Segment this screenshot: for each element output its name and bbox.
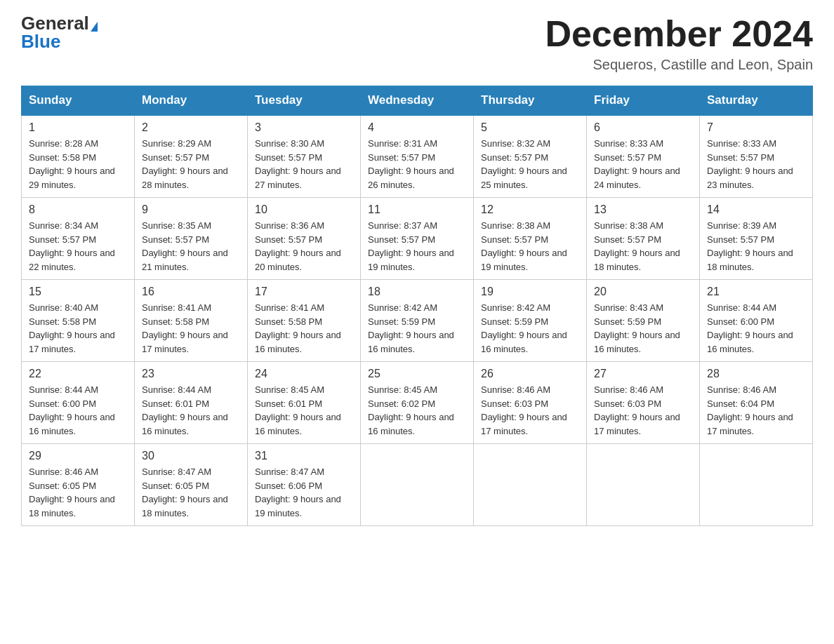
- day-header-monday: Monday: [135, 86, 248, 116]
- day-number: 29: [29, 450, 127, 462]
- day-header-friday: Friday: [587, 86, 700, 116]
- calendar-cell: [474, 444, 587, 526]
- calendar-table: SundayMondayTuesdayWednesdayThursdayFrid…: [21, 86, 813, 526]
- day-info: Sunrise: 8:44 AMSunset: 6:00 PMDaylight:…: [707, 301, 805, 356]
- day-info: Sunrise: 8:47 AMSunset: 6:06 PMDaylight:…: [255, 465, 353, 520]
- location-subtitle: Sequeros, Castille and Leon, Spain: [545, 57, 813, 73]
- day-number: 23: [142, 368, 240, 380]
- day-info: Sunrise: 8:41 AMSunset: 5:58 PMDaylight:…: [142, 301, 240, 356]
- day-number: 6: [594, 121, 692, 134]
- day-info: Sunrise: 8:45 AMSunset: 6:01 PMDaylight:…: [255, 383, 353, 438]
- calendar-cell: 1 Sunrise: 8:28 AMSunset: 5:58 PMDayligh…: [22, 115, 135, 198]
- logo-general-line: General: [21, 14, 98, 32]
- day-info: Sunrise: 8:36 AMSunset: 5:57 PMDaylight:…: [255, 219, 353, 274]
- calendar-cell: 30 Sunrise: 8:47 AMSunset: 6:05 PMDaylig…: [135, 444, 248, 526]
- logo-triangle-icon: [91, 22, 98, 32]
- page-header: General Blue December 2024 Sequeros, Cas…: [21, 14, 813, 73]
- day-number: 18: [368, 286, 466, 298]
- day-header-wednesday: Wednesday: [361, 86, 474, 116]
- day-number: 2: [142, 121, 240, 134]
- calendar-cell: 4 Sunrise: 8:31 AMSunset: 5:57 PMDayligh…: [361, 115, 474, 198]
- day-number: 3: [255, 121, 353, 134]
- day-info: Sunrise: 8:32 AMSunset: 5:57 PMDaylight:…: [481, 137, 579, 192]
- title-block: December 2024 Sequeros, Castille and Leo…: [545, 14, 813, 73]
- day-number: 31: [255, 450, 353, 462]
- week-row-1: 1 Sunrise: 8:28 AMSunset: 5:58 PMDayligh…: [22, 115, 813, 198]
- calendar-cell: 18 Sunrise: 8:42 AMSunset: 5:59 PMDaylig…: [361, 280, 474, 362]
- week-row-2: 8 Sunrise: 8:34 AMSunset: 5:57 PMDayligh…: [22, 198, 813, 280]
- day-number: 1: [29, 121, 127, 134]
- day-info: Sunrise: 8:46 AMSunset: 6:04 PMDaylight:…: [707, 383, 805, 438]
- day-info: Sunrise: 8:39 AMSunset: 5:57 PMDaylight:…: [707, 219, 805, 274]
- day-info: Sunrise: 8:46 AMSunset: 6:03 PMDaylight:…: [594, 383, 692, 438]
- day-info: Sunrise: 8:34 AMSunset: 5:57 PMDaylight:…: [29, 219, 127, 274]
- calendar-cell: 6 Sunrise: 8:33 AMSunset: 5:57 PMDayligh…: [587, 115, 700, 198]
- calendar-cell: 19 Sunrise: 8:42 AMSunset: 5:59 PMDaylig…: [474, 280, 587, 362]
- calendar-cell: 31 Sunrise: 8:47 AMSunset: 6:06 PMDaylig…: [248, 444, 361, 526]
- day-info: Sunrise: 8:38 AMSunset: 5:57 PMDaylight:…: [594, 219, 692, 274]
- calendar-cell: 16 Sunrise: 8:41 AMSunset: 5:58 PMDaylig…: [135, 280, 248, 362]
- day-number: 11: [368, 203, 466, 216]
- logo-blue-text: Blue: [21, 31, 60, 52]
- calendar-cell: 11 Sunrise: 8:37 AMSunset: 5:57 PMDaylig…: [361, 198, 474, 280]
- day-info: Sunrise: 8:31 AMSunset: 5:57 PMDaylight:…: [368, 137, 466, 192]
- day-info: Sunrise: 8:41 AMSunset: 5:58 PMDaylight:…: [255, 301, 353, 356]
- calendar-cell: 8 Sunrise: 8:34 AMSunset: 5:57 PMDayligh…: [22, 198, 135, 280]
- day-info: Sunrise: 8:28 AMSunset: 5:58 PMDaylight:…: [29, 137, 127, 192]
- day-header-saturday: Saturday: [700, 86, 813, 116]
- day-info: Sunrise: 8:44 AMSunset: 6:01 PMDaylight:…: [142, 383, 240, 438]
- calendar-cell: 23 Sunrise: 8:44 AMSunset: 6:01 PMDaylig…: [135, 362, 248, 444]
- day-number: 4: [368, 121, 466, 134]
- calendar-cell: 9 Sunrise: 8:35 AMSunset: 5:57 PMDayligh…: [135, 198, 248, 280]
- day-info: Sunrise: 8:46 AMSunset: 6:05 PMDaylight:…: [29, 465, 127, 520]
- calendar-cell: 13 Sunrise: 8:38 AMSunset: 5:57 PMDaylig…: [587, 198, 700, 280]
- day-number: 12: [481, 203, 579, 216]
- day-info: Sunrise: 8:29 AMSunset: 5:57 PMDaylight:…: [142, 137, 240, 192]
- day-info: Sunrise: 8:37 AMSunset: 5:57 PMDaylight:…: [368, 219, 466, 274]
- calendar-cell: 20 Sunrise: 8:43 AMSunset: 5:59 PMDaylig…: [587, 280, 700, 362]
- calendar-cell: 29 Sunrise: 8:46 AMSunset: 6:05 PMDaylig…: [22, 444, 135, 526]
- day-info: Sunrise: 8:33 AMSunset: 5:57 PMDaylight:…: [594, 137, 692, 192]
- day-number: 25: [368, 368, 466, 380]
- day-number: 14: [707, 203, 805, 216]
- day-number: 26: [481, 368, 579, 380]
- day-header-tuesday: Tuesday: [248, 86, 361, 116]
- day-number: 27: [594, 368, 692, 380]
- day-info: Sunrise: 8:30 AMSunset: 5:57 PMDaylight:…: [255, 137, 353, 192]
- day-number: 19: [481, 286, 579, 298]
- calendar-cell: 28 Sunrise: 8:46 AMSunset: 6:04 PMDaylig…: [700, 362, 813, 444]
- day-number: 28: [707, 368, 805, 380]
- calendar-cell: 3 Sunrise: 8:30 AMSunset: 5:57 PMDayligh…: [248, 115, 361, 198]
- calendar-cell: 21 Sunrise: 8:44 AMSunset: 6:00 PMDaylig…: [700, 280, 813, 362]
- calendar-cell: 24 Sunrise: 8:45 AMSunset: 6:01 PMDaylig…: [248, 362, 361, 444]
- week-row-4: 22 Sunrise: 8:44 AMSunset: 6:00 PMDaylig…: [22, 362, 813, 444]
- calendar-cell: 26 Sunrise: 8:46 AMSunset: 6:03 PMDaylig…: [474, 362, 587, 444]
- day-info: Sunrise: 8:47 AMSunset: 6:05 PMDaylight:…: [142, 465, 240, 520]
- calendar-cell: [700, 444, 813, 526]
- week-row-3: 15 Sunrise: 8:40 AMSunset: 5:58 PMDaylig…: [22, 280, 813, 362]
- day-number: 13: [594, 203, 692, 216]
- day-info: Sunrise: 8:33 AMSunset: 5:57 PMDaylight:…: [707, 137, 805, 192]
- day-info: Sunrise: 8:45 AMSunset: 6:02 PMDaylight:…: [368, 383, 466, 438]
- day-header-thursday: Thursday: [474, 86, 587, 116]
- day-number: 9: [142, 203, 240, 216]
- calendar-cell: [587, 444, 700, 526]
- day-info: Sunrise: 8:46 AMSunset: 6:03 PMDaylight:…: [481, 383, 579, 438]
- day-number: 22: [29, 368, 127, 380]
- calendar-cell: 15 Sunrise: 8:40 AMSunset: 5:58 PMDaylig…: [22, 280, 135, 362]
- day-number: 10: [255, 203, 353, 216]
- calendar-cell: 5 Sunrise: 8:32 AMSunset: 5:57 PMDayligh…: [474, 115, 587, 198]
- day-info: Sunrise: 8:35 AMSunset: 5:57 PMDaylight:…: [142, 219, 240, 274]
- day-header-sunday: Sunday: [22, 86, 135, 116]
- day-number: 20: [594, 286, 692, 298]
- day-number: 30: [142, 450, 240, 462]
- day-number: 5: [481, 121, 579, 134]
- day-info: Sunrise: 8:38 AMSunset: 5:57 PMDaylight:…: [481, 219, 579, 274]
- day-number: 15: [29, 286, 127, 298]
- calendar-cell: 17 Sunrise: 8:41 AMSunset: 5:58 PMDaylig…: [248, 280, 361, 362]
- day-info: Sunrise: 8:42 AMSunset: 5:59 PMDaylight:…: [481, 301, 579, 356]
- logo: General Blue: [21, 14, 98, 51]
- calendar-cell: 7 Sunrise: 8:33 AMSunset: 5:57 PMDayligh…: [700, 115, 813, 198]
- calendar-cell: 22 Sunrise: 8:44 AMSunset: 6:00 PMDaylig…: [22, 362, 135, 444]
- calendar-cell: 27 Sunrise: 8:46 AMSunset: 6:03 PMDaylig…: [587, 362, 700, 444]
